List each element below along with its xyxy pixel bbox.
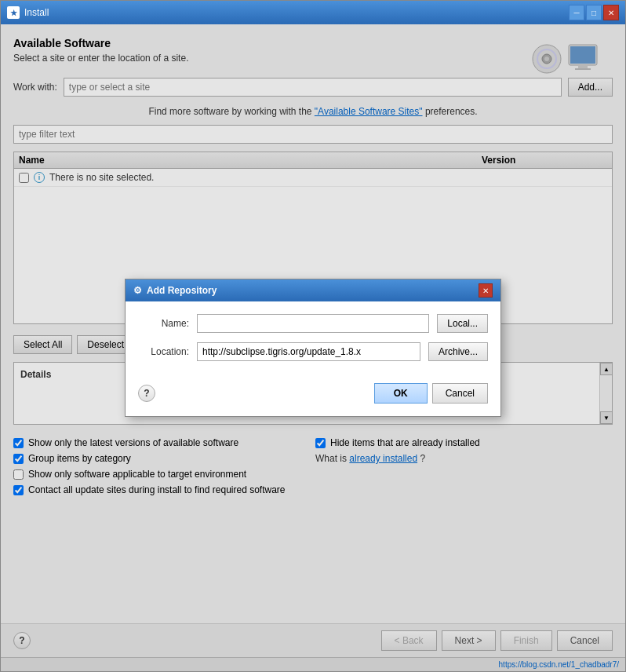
dialog-cancel-button[interactable]: Cancel — [432, 383, 488, 404]
location-input[interactable] — [197, 342, 420, 361]
location-row: Location: Archive... — [138, 342, 488, 361]
local-button[interactable]: Local... — [437, 314, 488, 333]
dialog-actions: OK Cancel — [374, 383, 488, 404]
minimize-button[interactable]: ─ — [569, 5, 584, 20]
dialog-overlay: ⚙ Add Repository ✕ Name: Local... Locati… — [1, 24, 625, 671]
dialog-title: ⚙ Add Repository — [133, 285, 217, 296]
name-row: Name: Local... — [138, 314, 488, 333]
dialog-icon: ⚙ — [133, 285, 142, 296]
title-bar-left: ★ Install — [7, 6, 49, 19]
window-icon: ★ — [7, 6, 20, 19]
name-input[interactable] — [197, 314, 429, 333]
main-window: ★ Install ─ □ ✕ — [0, 0, 626, 672]
window-title: Install — [24, 7, 49, 18]
add-repository-dialog: ⚙ Add Repository ✕ Name: Local... Locati… — [125, 279, 501, 417]
dialog-title-bar: ⚙ Add Repository ✕ — [126, 279, 500, 301]
archive-button[interactable]: Archive... — [428, 342, 488, 361]
dialog-close-button[interactable]: ✕ — [479, 283, 493, 298]
title-bar-buttons: ─ □ ✕ — [569, 5, 619, 20]
dialog-title-text: Add Repository — [147, 285, 217, 296]
ok-button[interactable]: OK — [374, 383, 428, 404]
title-bar: ★ Install ─ □ ✕ — [1, 1, 625, 24]
close-button[interactable]: ✕ — [603, 5, 619, 20]
dialog-help-button[interactable]: ? — [138, 385, 155, 402]
dialog-footer: ? OK Cancel — [126, 383, 500, 416]
location-label: Location: — [138, 346, 189, 357]
main-content-area: Available Software Select a site or ente… — [1, 24, 625, 671]
name-label: Name: — [138, 318, 189, 329]
maximize-button[interactable]: □ — [586, 5, 602, 20]
dialog-body: Name: Local... Location: Archive... — [126, 301, 500, 383]
